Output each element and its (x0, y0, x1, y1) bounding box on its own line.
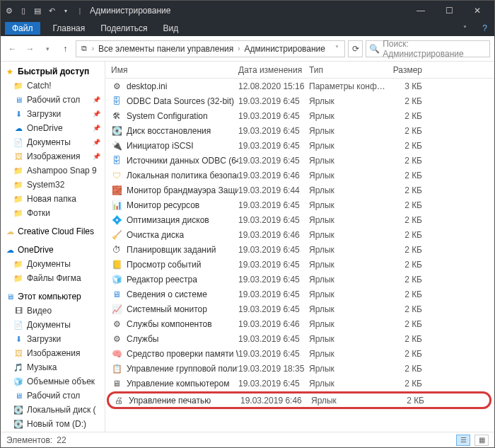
file-row[interactable]: 🖥Управление компьютером19.03.2019 6:45Яр… (105, 376, 494, 391)
folder-icon: 🎵 (13, 362, 23, 372)
qat-dropdown-icon[interactable]: ▾ (60, 5, 71, 16)
sidebar-item[interactable]: 📁System32 (1, 178, 105, 192)
sidebar-this-pc[interactable]: 🖥 Этот компьютер (1, 289, 105, 304)
file-icon: ⚙ (111, 81, 122, 92)
file-row[interactable]: ⚙Службы компонентов19.03.2019 6:46Ярлык2… (105, 316, 494, 331)
file-row[interactable]: 🗄Источники данных ODBC (64-разрядна…19.0… (105, 153, 494, 168)
qat-newfolder-icon[interactable]: ▤ (32, 5, 43, 16)
file-row[interactable]: 📒Просмотр событий19.03.2019 6:45Ярлык2 К… (105, 257, 494, 272)
ribbon-expand-icon[interactable]: ˅ (460, 23, 470, 34)
file-name: Монитор ресурсов (127, 200, 199, 210)
file-row[interactable]: 🔌Инициатор iSCSI19.03.2019 6:45Ярлык2 КБ (105, 138, 494, 153)
sidebar-item[interactable]: 📁Файлы Фигма (1, 271, 105, 285)
file-row[interactable]: 🧊Редактор реестра19.03.2019 6:45Ярлык2 К… (105, 272, 494, 287)
file-row[interactable]: 🗄ODBC Data Sources (32-bit)19.03.2019 6:… (105, 93, 494, 108)
file-row[interactable]: ⚙desktop.ini12.08.2020 15:16Параметры ко… (105, 79, 494, 93)
breadcrumb-item[interactable]: Все элементы панели управления (97, 44, 235, 54)
sidebar-item[interactable]: 🎞Видео (1, 304, 105, 318)
file-type: Ярлык (309, 334, 387, 344)
file-row[interactable]: 🛡Локальная политика безопасности19.03.20… (105, 168, 494, 183)
file-type: Ярлык (309, 171, 387, 180)
sidebar-item[interactable]: 📁Ashampoo Snap 9 (1, 163, 105, 178)
file-icon: 🧠 (111, 348, 122, 360)
column-size[interactable]: Размер (387, 65, 436, 75)
file-row[interactable]: 🖥Сведения о системе19.03.2019 6:45Ярлык2… (105, 287, 494, 301)
minimize-button[interactable]: — (407, 1, 435, 21)
sidebar-item[interactable]: 📁Новая папка (1, 192, 105, 206)
sidebar-onedrive[interactable]: ☁ OneDrive (1, 243, 105, 257)
search-input[interactable]: 🔍 Поиск: Администрирование (366, 40, 490, 57)
column-date[interactable]: Дата изменения (238, 65, 309, 75)
nav-recent-dropdown[interactable]: ▾ (40, 40, 55, 57)
menu-file[interactable]: Файл (5, 22, 40, 35)
file-row[interactable]: 📊Монитор ресурсов19.03.2019 6:45Ярлык2 К… (105, 197, 494, 212)
app-icon: ⚙ (4, 5, 15, 16)
sidebar-item-label: Музыка (27, 362, 57, 372)
breadcrumb-dropdown-icon[interactable]: ˅ (332, 45, 342, 52)
breadcrumb-item-current[interactable]: Администрирование (243, 44, 327, 54)
sidebar-item[interactable]: 🎵Музыка (1, 360, 105, 374)
file-type: Ярлык (309, 215, 387, 225)
file-list[interactable]: ⚙desktop.ini12.08.2020 15:16Параметры ко… (105, 79, 494, 432)
file-size: 2 КБ (387, 319, 436, 329)
help-icon[interactable]: ? (479, 22, 490, 35)
sidebar-item[interactable]: 📁Catch! (1, 79, 105, 93)
navigation-pane[interactable]: ★ Быстрый доступ 📁Catch!🖥Рабочий стол📌⬇З… (1, 62, 105, 432)
sidebar-creative-cloud[interactable]: ☁ Creative Cloud Files (1, 224, 105, 239)
breadcrumb[interactable]: ⧉ › Все элементы панели управления › Адм… (76, 40, 345, 57)
sidebar-item[interactable]: ⬇Загрузки (1, 332, 105, 346)
file-row[interactable]: 📋Управление групповой политикой19.03.201… (105, 361, 494, 376)
menu-home[interactable]: Главная (50, 22, 88, 35)
file-row[interactable]: 🧠Средство проверки памяти Windows19.03.2… (105, 346, 494, 361)
file-row[interactable]: ⏱Планировщик заданий19.03.2019 6:45Ярлык… (105, 242, 494, 257)
sidebar-item[interactable]: 🖼Изображения📌 (1, 149, 105, 163)
file-row[interactable]: ⚙Службы19.03.2019 6:45Ярлык2 КБ (105, 331, 494, 346)
file-type: Ярлык (309, 319, 387, 329)
file-row[interactable]: 💽Диск восстановления19.03.2019 6:45Ярлык… (105, 123, 494, 138)
file-size: 2 КБ (387, 111, 436, 121)
close-button[interactable]: ✕ (463, 1, 491, 21)
qat-undo-icon[interactable]: ↶ (46, 5, 57, 16)
column-name[interactable]: Имя (111, 65, 238, 75)
file-date: 19.03.2019 6:45 (238, 156, 309, 166)
view-details-button[interactable]: ☰ (456, 435, 470, 446)
file-icon: 🗄 (111, 96, 122, 107)
file-row[interactable]: 💠Оптимизация дисков19.03.2019 6:45Ярлык2… (105, 212, 494, 227)
sidebar-quick-access[interactable]: ★ Быстрый доступ (1, 64, 105, 79)
qat-properties-icon[interactable]: ▯ (18, 5, 29, 16)
file-row-print-management[interactable]: 🖨Управление печатью19.03.2019 6:46Ярлык2… (107, 391, 491, 409)
folder-icon: ☁ (13, 123, 23, 133)
sidebar-item[interactable]: ☁OneDrive📌 (1, 121, 105, 135)
nav-up-button[interactable]: ↑ (58, 40, 73, 57)
nav-back-button[interactable]: ← (5, 40, 20, 57)
sidebar-item[interactable]: 📁Фотки (1, 206, 105, 220)
file-date: 19.03.2019 6:45 (238, 334, 309, 344)
menu-share[interactable]: Поделиться (98, 22, 150, 35)
sidebar-item[interactable]: 💽Локальный диск ( (1, 403, 105, 417)
maximize-button[interactable]: ☐ (435, 1, 463, 21)
folder-icon: ⬇ (13, 109, 23, 119)
file-type: Ярлык (309, 379, 387, 389)
sidebar-item[interactable]: 📄Документы📌 (1, 135, 105, 149)
file-row[interactable]: 🧹Очистка диска19.03.2019 6:46Ярлык2 КБ (105, 227, 494, 242)
file-size: 3 КБ (387, 81, 436, 91)
view-large-icons-button[interactable]: ▦ (474, 435, 489, 446)
sidebar-item[interactable]: 💽Новый том (D:) (1, 417, 105, 431)
sidebar-item[interactable]: 🧊Объемные объек (1, 374, 105, 389)
column-type[interactable]: Тип (309, 65, 387, 75)
file-row[interactable]: 🛠System Configuration19.03.2019 6:45Ярлы… (105, 108, 494, 123)
computer-icon: 🖥 (5, 292, 15, 301)
file-row[interactable]: 🧱Монитор брандмауэра Защитника Win…19.03… (105, 183, 494, 197)
sidebar-item[interactable]: 📄Документы (1, 318, 105, 332)
file-row[interactable]: 📈Системный монитор19.03.2019 6:45Ярлык2 … (105, 301, 494, 316)
sidebar-item[interactable]: 🖥Рабочий стол (1, 389, 105, 403)
column-headers[interactable]: Имя Дата изменения Тип Размер (105, 62, 494, 79)
sidebar-item[interactable]: ⬇Загрузки📌 (1, 107, 105, 121)
refresh-button[interactable]: ⟳ (348, 40, 363, 57)
sidebar-item[interactable]: 🖥Рабочий стол📌 (1, 93, 105, 107)
sidebar-item[interactable]: 📁Документы (1, 257, 105, 271)
file-name: ODBC Data Sources (32-bit) (127, 96, 234, 106)
sidebar-item[interactable]: 🖼Изображения (1, 346, 105, 360)
menu-view[interactable]: Вид (160, 22, 181, 35)
file-size: 2 КБ (387, 200, 436, 210)
